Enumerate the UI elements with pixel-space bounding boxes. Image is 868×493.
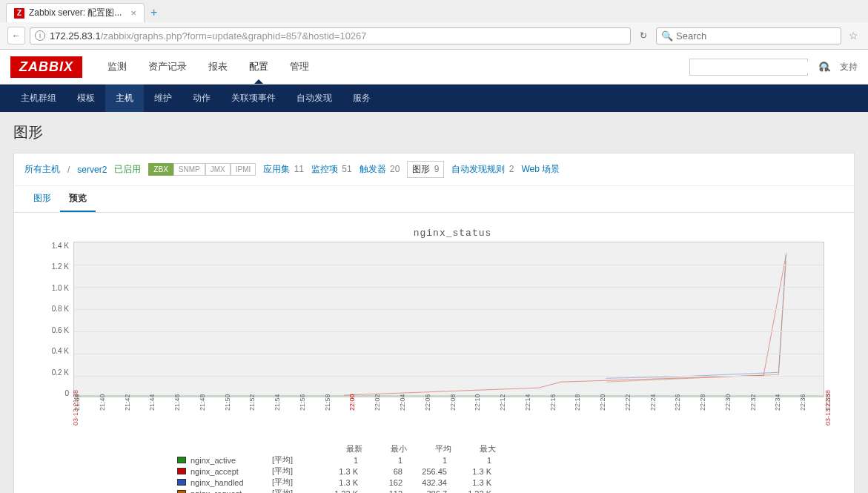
legend-header-max: 最大 xyxy=(451,443,496,454)
zabbix-logo[interactable]: ZABBIX xyxy=(10,56,82,78)
legend-header-last: 最新 xyxy=(318,443,362,454)
subnav-templates[interactable]: 模板 xyxy=(67,85,105,112)
triggers-link[interactable]: 触发器 20 xyxy=(360,163,400,176)
view-tabs: 图形 预览 xyxy=(14,186,854,213)
breadcrumb-host[interactable]: server2 xyxy=(77,165,107,175)
legend-header-avg: 平均 xyxy=(407,443,451,454)
chart-container: nginx_status 1.4 K1.2 K1.0 K0.8 K0.6 K0.… xyxy=(14,213,854,493)
subnav-hosts[interactable]: 主机 xyxy=(105,85,144,112)
support-icon[interactable]: 🎧 xyxy=(818,62,829,72)
legend-row: nginx_accept[平均]1.3 K68256.451.3 K xyxy=(177,466,824,477)
proto-zbx: ZBX xyxy=(148,163,173,176)
zabbix-favicon: Z xyxy=(14,8,24,19)
legend-row: nginx_handled[平均]1.3 K162432.341.3 K xyxy=(177,477,824,488)
legend-header-min: 最小 xyxy=(362,443,407,454)
zabbix-header: ZABBIX 监测 资产记录 报表 配置 管理 🔍 🎧 支持 xyxy=(0,50,868,85)
nav-reports[interactable]: 报表 xyxy=(198,54,238,79)
close-tab-icon[interactable]: × xyxy=(130,7,136,19)
chart-title: nginx_status xyxy=(81,228,824,239)
header-search-input[interactable] xyxy=(695,62,820,73)
y-axis: 1.4 K1.2 K1.0 K0.8 K0.6 K0.4 K0.2 K0 xyxy=(44,242,73,397)
proto-snmp: SNMP xyxy=(173,163,205,176)
reload-button[interactable]: ↻ xyxy=(635,30,652,41)
host-enabled-label: 已启用 xyxy=(114,163,141,176)
proto-ipmi: IPMI xyxy=(231,163,256,176)
subnav-correlation[interactable]: 关联项事件 xyxy=(221,85,286,112)
plot-area xyxy=(73,242,824,397)
subnav-actions[interactable]: 动作 xyxy=(182,85,221,112)
legend-row: nginx_request[平均]1.22 K112386.71.22 K xyxy=(177,488,824,493)
nav-inventory[interactable]: 资产记录 xyxy=(138,54,197,79)
tab-preview[interactable]: 预览 xyxy=(60,186,96,212)
top-nav: 监测 资产记录 报表 配置 管理 xyxy=(97,54,319,79)
card: 所有主机 / server2 已启用 ZBX SNMP JMX IPMI 应用集… xyxy=(13,153,855,493)
items-link[interactable]: 监控项 51 xyxy=(311,163,352,176)
graphs-link[interactable]: 图形 9 xyxy=(407,161,444,178)
back-button[interactable]: ← xyxy=(7,27,25,44)
web-link[interactable]: Web 场景 xyxy=(521,163,560,176)
tab-title: Zabbix server: 配置图... xyxy=(29,7,122,19)
breadcrumb-all-hosts[interactable]: 所有主机 xyxy=(24,163,60,176)
apps-link[interactable]: 应用集 11 xyxy=(263,163,304,176)
page-title: 图形 xyxy=(13,122,855,142)
subnav-hostgroups[interactable]: 主机群组 xyxy=(10,85,67,112)
header-search[interactable]: 🔍 xyxy=(689,59,808,76)
subnav-discovery[interactable]: 自动发现 xyxy=(286,85,342,112)
nav-config[interactable]: 配置 xyxy=(239,54,279,79)
tab-graph[interactable]: 图形 xyxy=(24,186,60,212)
proto-jmx: JMX xyxy=(205,163,231,176)
sub-nav: 主机群组 模板 主机 维护 动作 关联项事件 自动发现 服务 xyxy=(0,85,868,112)
proto-badges: ZBX SNMP JMX IPMI xyxy=(148,163,256,176)
legend-row: nginx_active[平均]1111 xyxy=(177,454,824,466)
search-icon: 🔍 xyxy=(661,30,673,42)
bookmark-star-icon[interactable]: ☆ xyxy=(846,30,861,42)
host-filter-bar: 所有主机 / server2 已启用 ZBX SNMP JMX IPMI 应用集… xyxy=(14,153,854,186)
new-tab-button[interactable]: + xyxy=(150,6,157,19)
breadcrumb-sep: / xyxy=(67,165,70,175)
url-path: /zabbix/graphs.php?form=update&graphid=8… xyxy=(101,30,367,42)
site-info-icon[interactable]: i xyxy=(35,30,45,41)
subnav-services[interactable]: 服务 xyxy=(342,85,381,112)
support-label[interactable]: 支持 xyxy=(840,61,858,73)
nav-admin[interactable]: 管理 xyxy=(279,54,319,79)
content: 图形 所有主机 / server2 已启用 ZBX SNMP JMX IPMI … xyxy=(0,112,868,493)
browser-chrome: Z Zabbix server: 配置图... × + ← i 172.25.8… xyxy=(0,0,868,50)
legend: 最新 最小 平均 最大 nginx_active[平均]1111nginx_ac… xyxy=(177,443,824,493)
url-box[interactable]: i 172.25.83.1/zabbix/graphs.php?form=upd… xyxy=(30,27,631,44)
x-axis: 03-13 21:3821:3821:4021:4221:4421:4621:4… xyxy=(73,399,824,429)
discovery-link[interactable]: 自动发现规则 2 xyxy=(451,163,514,176)
nav-monitoring[interactable]: 监测 xyxy=(97,54,137,79)
subnav-maintenance[interactable]: 维护 xyxy=(144,85,182,112)
browser-search-input[interactable] xyxy=(676,30,836,42)
address-bar: ← i 172.25.83.1/zabbix/graphs.php?form=u… xyxy=(0,22,868,49)
tab-bar: Z Zabbix server: 配置图... × + xyxy=(0,0,868,22)
browser-tab[interactable]: Z Zabbix server: 配置图... × xyxy=(6,3,145,22)
url-host: 172.25.83.1 xyxy=(50,30,101,42)
browser-search-box[interactable]: 🔍 xyxy=(656,27,841,44)
